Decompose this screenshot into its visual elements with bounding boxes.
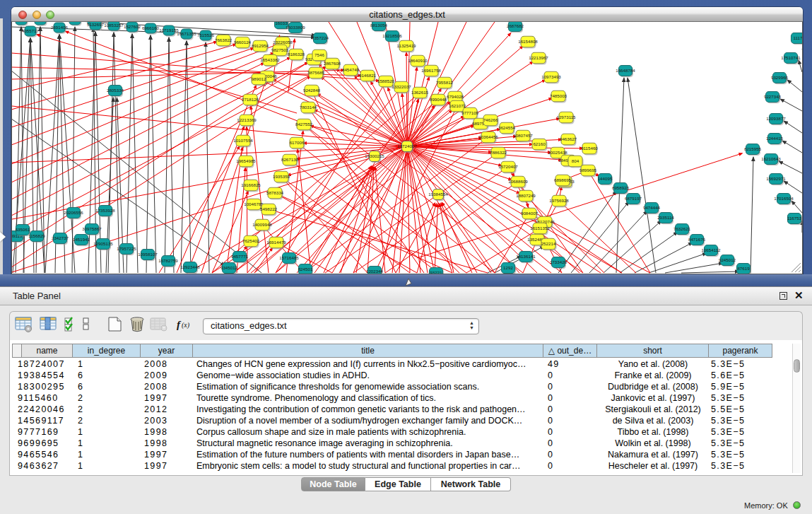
svg-text:8454749: 8454749	[342, 67, 360, 72]
svg-text:12213369: 12213369	[237, 117, 257, 122]
svg-text:9899695: 9899695	[579, 168, 597, 173]
svg-text:10046785: 10046785	[244, 201, 264, 206]
svg-text:7357224: 7357224	[312, 35, 329, 40]
svg-text:144095: 144095	[598, 176, 613, 181]
svg-text:1117: 1117	[794, 35, 802, 40]
svg-text:(x): (x)	[182, 321, 190, 329]
svg-text:23226058: 23226058	[273, 40, 293, 45]
svg-text:18640910: 18640910	[408, 58, 428, 63]
svg-text:6794028: 6794028	[447, 94, 464, 99]
svg-text:17510741: 17510741	[781, 55, 801, 60]
svg-text:15716485: 15716485	[279, 255, 299, 260]
svg-text:2805334: 2805334	[107, 88, 124, 93]
svg-text:617006: 617006	[290, 140, 305, 145]
svg-text:18724007: 18724007	[397, 144, 417, 148]
svg-text:7632621: 7632621	[673, 226, 691, 231]
svg-text:10807457: 10807457	[513, 133, 533, 138]
svg-text:6879197: 6879197	[625, 196, 642, 201]
svg-text:19654985: 19654985	[236, 158, 256, 163]
svg-text:1244415: 1244415	[766, 136, 784, 141]
svg-text:16648784: 16648784	[616, 68, 635, 73]
svg-text:7485003: 7485003	[550, 93, 567, 98]
svg-text:1202344: 1202344	[366, 269, 384, 274]
svg-text:989012: 989012	[252, 76, 266, 81]
svg-text:10853257: 10853257	[104, 23, 124, 28]
svg-text:16151352: 16151352	[530, 226, 550, 230]
svg-text:12923448: 12923448	[180, 264, 200, 269]
svg-text:116753: 116753	[787, 216, 802, 221]
svg-text:7663822: 7663822	[215, 37, 233, 42]
svg-text:2935114: 2935114	[657, 215, 674, 220]
svg-text:12905135: 12905135	[93, 241, 113, 246]
svg-text:19384554: 19384554	[428, 192, 448, 197]
svg-text:20206556: 20206556	[64, 210, 83, 215]
svg-text:8215955: 8215955	[744, 146, 762, 151]
svg-text:9245012: 9245012	[719, 257, 736, 262]
svg-text:746266: 746266	[483, 117, 498, 122]
svg-text:2718126: 2718126	[242, 97, 259, 102]
svg-text:14136141: 14136141	[516, 254, 536, 259]
svg-text:8471676: 8471676	[688, 237, 706, 242]
svg-text:16154808: 16154808	[518, 39, 538, 44]
svg-text:13322037: 13322037	[392, 84, 411, 89]
svg-text:19756928: 19756928	[549, 198, 569, 203]
svg-text:5498222: 5498222	[260, 206, 278, 211]
svg-text:15720407: 15720407	[498, 164, 518, 169]
svg-text:824501: 824501	[298, 267, 313, 271]
svg-text:10719155: 10719155	[159, 28, 179, 33]
svg-text:19300215: 19300215	[365, 153, 384, 158]
svg-text:9329966: 9329966	[771, 75, 789, 80]
svg-text:9242848: 9242848	[303, 88, 321, 93]
svg-text:17353928: 17353928	[95, 208, 115, 213]
svg-text:9463627: 9463627	[560, 136, 577, 141]
svg-text:8813054: 8813054	[370, 23, 388, 28]
svg-text:11325419: 11325419	[396, 43, 416, 48]
svg-text:6966160: 6966160	[142, 25, 160, 30]
svg-text:7625402: 7625402	[242, 238, 260, 243]
svg-text:10025438: 10025438	[548, 150, 567, 155]
svg-text:10654112: 10654112	[701, 247, 721, 252]
svg-text:7803144: 7803144	[300, 105, 317, 110]
svg-text:8267130: 8267130	[281, 157, 299, 162]
svg-text:9345012: 9345012	[220, 265, 238, 270]
svg-text:8427552: 8427552	[295, 122, 313, 127]
svg-text:1292: 1292	[503, 265, 513, 270]
svg-text:10688609: 10688609	[508, 179, 528, 184]
svg-text:12093877: 12093877	[766, 116, 786, 121]
svg-text:1935359: 1935359	[273, 174, 290, 179]
svg-text:9827503: 9827503	[271, 47, 289, 52]
svg-text:9084007: 9084007	[521, 211, 539, 216]
svg-text:19218506: 19218506	[382, 33, 402, 38]
svg-text:2342737: 2342737	[52, 235, 69, 240]
svg-text:804: 804	[572, 158, 579, 163]
svg-text:7515526: 7515526	[197, 33, 215, 37]
svg-text:f: f	[177, 319, 182, 330]
svg-text:16033809: 16033809	[286, 25, 305, 30]
svg-text:87619: 87619	[737, 266, 750, 271]
svg-text:2691406: 2691406	[51, 25, 69, 30]
svg-text:6898695: 6898695	[554, 177, 572, 182]
svg-text:1588520: 1588520	[377, 78, 395, 83]
svg-text:10973493: 10973493	[541, 74, 561, 79]
svg-text:18807249: 18807249	[516, 193, 536, 198]
svg-text:62160: 62160	[533, 141, 546, 146]
svg-text:8990448: 8990448	[430, 97, 447, 102]
svg-text:9457771: 9457771	[231, 254, 249, 259]
svg-text:1527602: 1527602	[124, 24, 141, 29]
svg-text:4055717: 4055717	[22, 28, 40, 33]
svg-text:10107554: 10107554	[233, 138, 253, 143]
svg-text:3624554: 3624554	[498, 125, 516, 130]
svg-text:2687682: 2687682	[507, 23, 524, 28]
svg-text:3875685: 3875685	[307, 70, 325, 75]
svg-text:20364456: 20364456	[478, 134, 498, 139]
svg-text:16671355: 16671355	[177, 31, 196, 36]
svg-text:1451941: 1451941	[73, 237, 90, 242]
svg-text:12973115: 12973115	[556, 115, 576, 119]
svg-text:1621072: 1621072	[449, 103, 466, 108]
svg-text:12213967: 12213967	[529, 55, 548, 60]
svg-text:635061: 635061	[16, 227, 30, 232]
svg-text:252214: 252214	[541, 241, 556, 246]
svg-text:17957225: 17957225	[117, 246, 136, 251]
svg-text:15692971: 15692971	[766, 176, 786, 181]
svg-text:9660124: 9660124	[234, 40, 252, 45]
